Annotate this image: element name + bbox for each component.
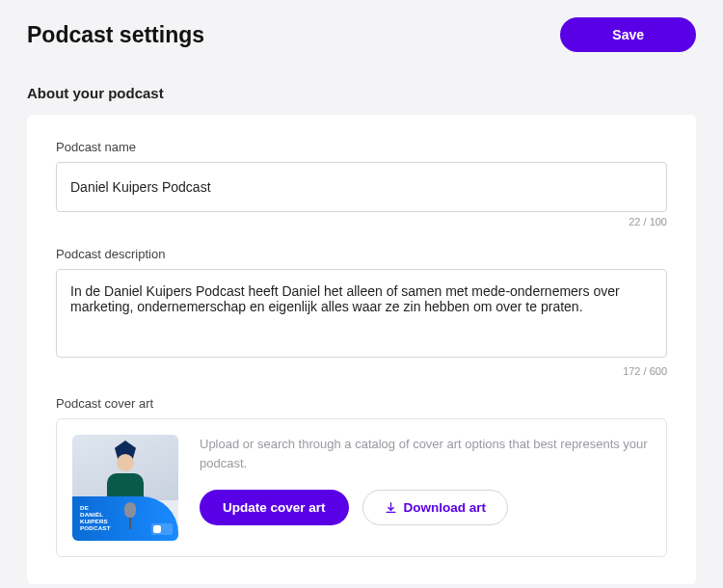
cover-art-caption: DE DANIËL KUIPERS PODCAST xyxy=(80,504,111,532)
page-title: Podcast settings xyxy=(27,22,204,48)
podcast-cover-label: Podcast cover art xyxy=(56,396,667,411)
settings-card: Podcast name 22 / 100 Podcast descriptio… xyxy=(27,115,696,584)
save-button[interactable]: Save xyxy=(560,17,696,52)
cover-art-panel: DE DANIËL KUIPERS PODCAST Upload or sear… xyxy=(56,418,667,557)
download-art-label: Download art xyxy=(404,500,487,515)
podcast-description-input[interactable] xyxy=(56,269,667,358)
download-art-button[interactable]: Download art xyxy=(362,490,509,525)
cover-art-help-text: Upload or search through a catalog of co… xyxy=(200,435,651,472)
podcast-description-label: Podcast description xyxy=(56,247,667,261)
section-title: About your podcast xyxy=(27,85,696,101)
microphone-icon xyxy=(123,502,137,531)
cover-art-thumbnail: DE DANIËL KUIPERS PODCAST xyxy=(72,435,178,541)
download-icon xyxy=(385,501,397,514)
podcast-name-label: Podcast name xyxy=(56,140,667,154)
brand-badge-icon xyxy=(151,523,173,535)
podcast-description-counter: 172 / 600 xyxy=(56,365,667,377)
podcast-name-counter: 22 / 100 xyxy=(56,216,667,227)
podcast-name-input[interactable] xyxy=(56,162,667,212)
update-cover-art-button[interactable]: Update cover art xyxy=(200,490,349,525)
